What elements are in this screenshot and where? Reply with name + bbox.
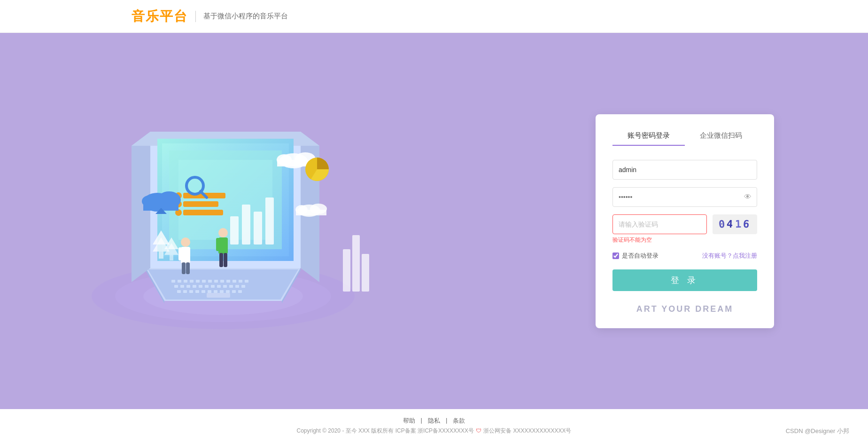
captcha-error: 验证码不能为空 — [612, 236, 757, 244]
svg-rect-33 — [183, 290, 187, 293]
svg-rect-89 — [224, 253, 227, 267]
svg-rect-23 — [193, 285, 196, 288]
svg-rect-16 — [226, 280, 230, 283]
svg-rect-27 — [217, 285, 221, 288]
svg-rect-31 — [241, 285, 245, 288]
captcha-group: 0416 验证码不能为空 — [612, 214, 757, 244]
header-subtitle: 基于微信小程序的音乐平台 — [203, 12, 288, 21]
auto-login-text: 是否自动登录 — [622, 252, 659, 260]
svg-rect-52 — [230, 216, 239, 245]
svg-rect-35 — [195, 290, 199, 293]
svg-rect-30 — [235, 285, 239, 288]
footer-links: 帮助 | 隐私 | 条款 — [403, 417, 465, 425]
svg-rect-26 — [211, 285, 215, 288]
header: 音乐平台 基于微信小程序的音乐平台 — [0, 0, 868, 33]
svg-rect-9 — [184, 280, 187, 283]
svg-rect-18 — [239, 280, 242, 283]
svg-rect-81 — [186, 247, 190, 260]
svg-point-84 — [218, 228, 228, 237]
svg-rect-87 — [224, 238, 228, 251]
svg-rect-36 — [202, 290, 205, 293]
svg-rect-83 — [186, 262, 190, 274]
svg-rect-25 — [205, 285, 209, 288]
svg-rect-29 — [229, 285, 233, 288]
site-logo: 音乐平台 — [132, 8, 188, 25]
auto-login-label[interactable]: 是否自动登录 — [612, 252, 659, 260]
copyright-text: Copyright © 2020 - 至今 XXX 版权所有 ICP备案 浙IC… — [296, 427, 474, 435]
footer: 帮助 | 隐私 | 条款 Copyright © 2020 - 至今 XXX 版… — [0, 409, 868, 442]
svg-rect-14 — [214, 280, 218, 283]
svg-rect-11 — [196, 280, 200, 283]
svg-rect-20 — [174, 285, 178, 288]
svg-rect-57 — [183, 201, 218, 207]
security-icon: 🛡 — [476, 427, 481, 434]
captcha-image[interactable]: 0416 — [713, 214, 757, 234]
svg-rect-54 — [254, 212, 262, 245]
auto-login-checkbox[interactable] — [612, 253, 619, 259]
captcha-row: 0416 — [612, 214, 757, 234]
svg-rect-13 — [208, 280, 212, 283]
svg-rect-42 — [238, 290, 242, 293]
svg-rect-22 — [186, 285, 190, 288]
register-link[interactable]: 没有账号？点我注册 — [702, 252, 757, 260]
tab-wechat[interactable]: 企业微信扫码 — [685, 131, 757, 146]
footer-privacy[interactable]: 隐私 — [428, 417, 440, 425]
captcha-digits: 0416 — [719, 218, 751, 230]
svg-rect-40 — [226, 290, 230, 293]
svg-rect-38 — [214, 290, 217, 293]
svg-rect-96 — [343, 249, 350, 292]
svg-rect-58 — [183, 210, 223, 215]
svg-point-78 — [181, 237, 190, 247]
svg-rect-53 — [242, 205, 250, 245]
footer-help[interactable]: 帮助 — [403, 417, 415, 425]
svg-rect-32 — [177, 290, 181, 293]
svg-rect-21 — [180, 285, 184, 288]
svg-rect-39 — [220, 290, 224, 293]
svg-rect-98 — [362, 254, 369, 292]
svg-rect-97 — [352, 235, 360, 292]
footer-copyright: Copyright © 2020 - 至今 XXX 版权所有 ICP备案 浙IC… — [296, 427, 571, 435]
svg-rect-37 — [208, 290, 211, 293]
header-divider — [195, 11, 196, 22]
svg-rect-43 — [207, 293, 230, 298]
svg-rect-28 — [223, 285, 227, 288]
footer-sep1: | — [421, 417, 422, 425]
svg-rect-19 — [245, 280, 248, 283]
svg-rect-15 — [220, 280, 224, 283]
tab-account[interactable]: 账号密码登录 — [612, 131, 685, 146]
svg-rect-82 — [182, 262, 186, 274]
svg-rect-24 — [199, 285, 202, 288]
svg-rect-41 — [232, 290, 236, 293]
svg-rect-55 — [265, 197, 274, 245]
security-text: 浙公网安备 XXXXXXXXXXXXXX号 — [483, 427, 571, 435]
username-group — [612, 160, 757, 180]
footer-sep2: | — [446, 417, 447, 425]
svg-rect-76 — [296, 210, 326, 215]
login-card: 账号密码登录 企业微信扫码 👁 0416 验证码不能为空 — [596, 114, 774, 328]
eye-icon[interactable]: 👁 — [744, 193, 752, 201]
svg-rect-8 — [178, 280, 181, 283]
password-group: 👁 — [612, 187, 757, 207]
svg-rect-92 — [159, 252, 163, 259]
svg-rect-12 — [202, 280, 206, 283]
login-button[interactable]: 登 录 — [612, 269, 757, 291]
footer-designer: CSDN @Designer 小邦 — [786, 427, 849, 435]
svg-rect-80 — [178, 247, 182, 260]
svg-rect-86 — [216, 238, 220, 251]
main-area: 账号密码登录 企业微信扫码 👁 0416 验证码不能为空 — [0, 33, 868, 409]
footer-terms[interactable]: 条款 — [453, 417, 465, 425]
password-input[interactable] — [612, 187, 757, 207]
captcha-input[interactable] — [612, 214, 707, 234]
svg-rect-10 — [190, 280, 194, 283]
svg-rect-95 — [170, 255, 173, 260]
options-row: 是否自动登录 没有账号？点我注册 — [612, 252, 757, 260]
login-tabs: 账号密码登录 企业微信扫码 — [612, 131, 757, 146]
art-dream-text: ART YOUR DREAM — [612, 304, 757, 314]
username-input[interactable] — [612, 160, 757, 180]
illustration — [70, 85, 376, 357]
svg-rect-34 — [189, 290, 193, 293]
svg-rect-7 — [171, 280, 175, 283]
svg-rect-17 — [232, 280, 236, 283]
svg-rect-88 — [219, 253, 223, 267]
